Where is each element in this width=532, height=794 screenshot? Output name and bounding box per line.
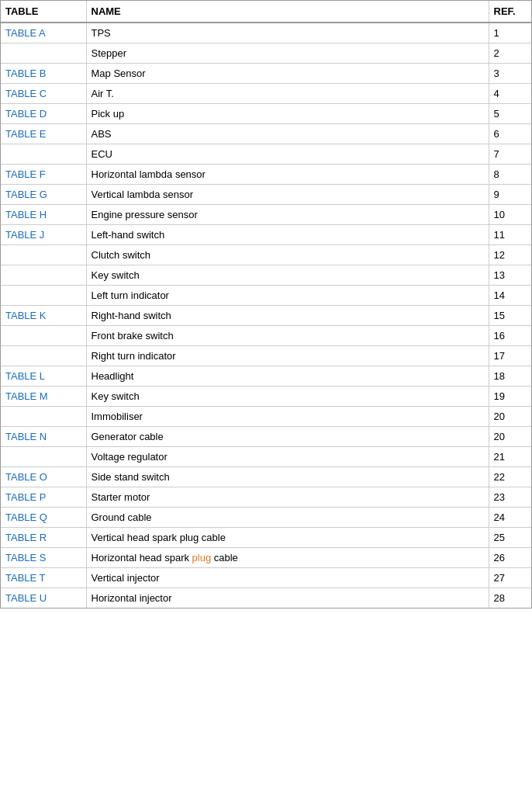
table-row: ECU7: [1, 144, 531, 165]
reference-table: TABLE NAME REF. TABLE ATPS1Stepper2TABLE…: [1, 1, 531, 608]
table-row: TABLE BMap Sensor3: [1, 64, 531, 84]
cell-table[interactable]: TABLE L: [1, 366, 86, 387]
cell-name: Generator cable: [86, 427, 489, 447]
cell-name: Key switch: [86, 265, 489, 286]
table-row: Front brake switch16: [1, 326, 531, 346]
cell-name: Front brake switch: [86, 326, 489, 346]
table-link[interactable]: TABLE P: [5, 491, 47, 503]
table-row: TABLE MKey switch19: [1, 387, 531, 407]
cell-table: [1, 144, 86, 165]
table-link[interactable]: TABLE N: [5, 431, 47, 442]
cell-ref: 18: [489, 366, 531, 387]
table-link[interactable]: TABLE C: [5, 88, 47, 99]
cell-table: [1, 43, 86, 64]
table-link[interactable]: TABLE G: [5, 189, 47, 200]
table-link[interactable]: TABLE R: [5, 532, 47, 543]
cell-table[interactable]: TABLE Q: [1, 508, 86, 528]
table-link[interactable]: TABLE H: [5, 209, 47, 220]
cell-table[interactable]: TABLE P: [1, 487, 86, 508]
cell-ref: 14: [489, 286, 531, 306]
cell-name: Horizontal injector: [86, 588, 489, 609]
cell-table[interactable]: TABLE T: [1, 568, 86, 588]
table-link[interactable]: TABLE U: [5, 592, 47, 604]
table-link[interactable]: TABLE S: [5, 552, 47, 563]
cell-ref: 13: [489, 265, 531, 286]
table-link[interactable]: TABLE J: [5, 229, 44, 241]
table-link[interactable]: TABLE D: [5, 108, 47, 120]
cell-table: [1, 346, 86, 366]
cell-name: Immobiliser: [86, 407, 489, 427]
cell-name: Ground cable: [86, 508, 489, 528]
table-link[interactable]: TABLE F: [5, 168, 46, 180]
cell-table[interactable]: TABLE D: [1, 104, 86, 124]
table-link[interactable]: TABLE B: [5, 68, 47, 79]
cell-ref: 9: [489, 185, 531, 205]
cell-name: Stepper: [86, 43, 489, 64]
cell-name: Side stand switch: [86, 467, 489, 487]
cell-name: Vertical lambda sensor: [86, 185, 489, 205]
cell-ref: 20: [489, 427, 531, 447]
cell-name: Engine pressure sensor: [86, 205, 489, 225]
table-link[interactable]: TABLE L: [5, 370, 45, 382]
cell-table: [1, 245, 86, 265]
cell-ref: 23: [489, 487, 531, 508]
cell-name: ECU: [86, 144, 489, 165]
cell-ref: 12: [489, 245, 531, 265]
cell-table[interactable]: TABLE G: [1, 185, 86, 205]
table-row: Stepper2: [1, 43, 531, 64]
cell-table[interactable]: TABLE O: [1, 467, 86, 487]
cell-table[interactable]: TABLE N: [1, 427, 86, 447]
table-row: TABLE DPick up5: [1, 104, 531, 124]
table-row: Immobiliser20: [1, 407, 531, 427]
table-row: TABLE UHorizontal injector28: [1, 588, 531, 609]
cell-ref: 24: [489, 508, 531, 528]
cell-table[interactable]: TABLE F: [1, 165, 86, 185]
cell-name: Map Sensor: [86, 64, 489, 84]
cell-table[interactable]: TABLE R: [1, 528, 86, 548]
table-link[interactable]: TABLE O: [5, 471, 47, 483]
cell-ref: 25: [489, 528, 531, 548]
cell-ref: 10: [489, 205, 531, 225]
table-link[interactable]: TABLE A: [5, 27, 46, 39]
cell-table: [1, 447, 86, 467]
table-row: TABLE SHorizontal head spark plug cable2…: [1, 548, 531, 568]
cell-table[interactable]: TABLE S: [1, 548, 86, 568]
table-row: TABLE JLeft-hand switch11: [1, 225, 531, 245]
table-row: TABLE TVertical injector27: [1, 568, 531, 588]
cell-table[interactable]: TABLE B: [1, 64, 86, 84]
cell-table[interactable]: TABLE M: [1, 387, 86, 407]
cell-name: Clutch switch: [86, 245, 489, 265]
cell-name: TPS: [86, 23, 489, 43]
cell-table[interactable]: TABLE H: [1, 205, 86, 225]
cell-ref: 27: [489, 568, 531, 588]
cell-table[interactable]: TABLE J: [1, 225, 86, 245]
cell-ref: 1: [489, 23, 531, 43]
table-row: TABLE QGround cable24: [1, 508, 531, 528]
cell-ref: 11: [489, 225, 531, 245]
table-link[interactable]: TABLE M: [5, 390, 48, 402]
cell-table: [1, 286, 86, 306]
cell-name: Pick up: [86, 104, 489, 124]
table-row: TABLE LHeadlight18: [1, 366, 531, 387]
cell-table[interactable]: TABLE C: [1, 84, 86, 104]
cell-table: [1, 265, 86, 286]
cell-name: Right turn indicator: [86, 346, 489, 366]
table-row: Right turn indicator17: [1, 346, 531, 366]
cell-ref: 22: [489, 467, 531, 487]
cell-ref: 15: [489, 306, 531, 326]
cell-table[interactable]: TABLE A: [1, 23, 86, 43]
cell-ref: 4: [489, 84, 531, 104]
main-table-container: TABLE NAME REF. TABLE ATPS1Stepper2TABLE…: [0, 0, 532, 609]
table-link[interactable]: TABLE K: [5, 310, 47, 321]
cell-ref: 3: [489, 64, 531, 84]
cell-table[interactable]: TABLE U: [1, 588, 86, 609]
table-row: TABLE EABS6: [1, 124, 531, 144]
table-link[interactable]: TABLE T: [5, 572, 46, 584]
cell-table[interactable]: TABLE E: [1, 124, 86, 144]
cell-name: ABS: [86, 124, 489, 144]
cell-name: Key switch: [86, 387, 489, 407]
table-link[interactable]: TABLE E: [5, 128, 47, 140]
cell-name: Right-hand switch: [86, 306, 489, 326]
cell-table[interactable]: TABLE K: [1, 306, 86, 326]
table-link[interactable]: TABLE Q: [5, 511, 47, 523]
